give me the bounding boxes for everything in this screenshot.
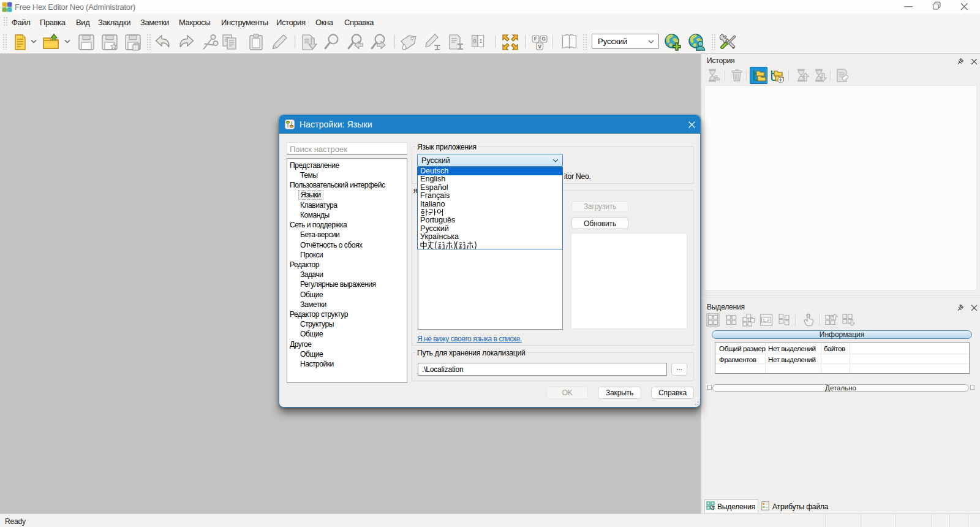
svg-text:V: V [538,44,541,50]
svg-text:1..F: 1..F [763,318,770,322]
svg-text:G: G [542,36,546,42]
svg-text:F: F [534,36,537,42]
svg-text:1: 1 [479,37,482,44]
svg-text:0: 0 [473,37,476,44]
